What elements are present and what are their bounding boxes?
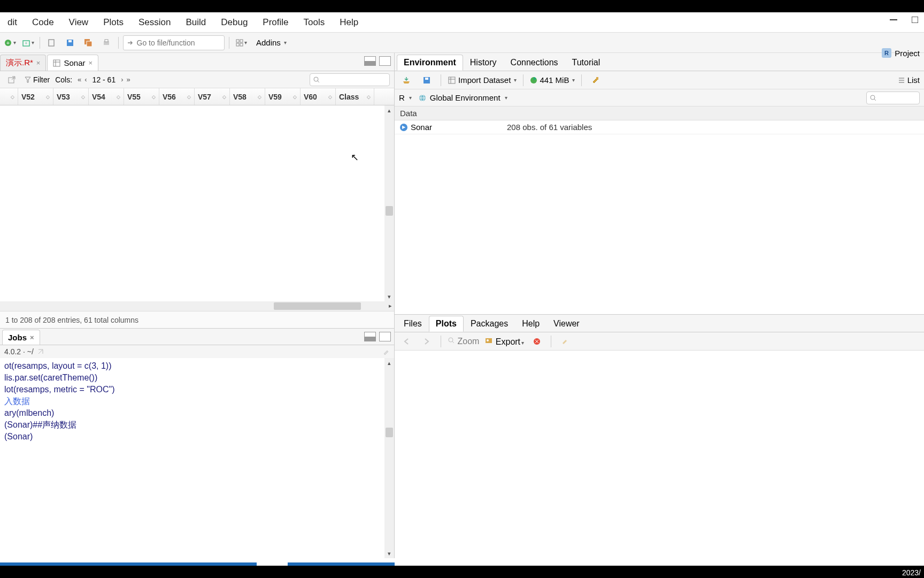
open-file-button[interactable] [44,35,59,50]
load-workspace-button[interactable] [399,73,414,88]
save-button[interactable] [63,35,78,50]
environment-search[interactable] [866,92,920,104]
tab-history[interactable]: History [463,55,504,71]
project-selector[interactable]: R Project [882,48,920,58]
menu-debug[interactable]: Debug [213,13,255,32]
plot-next-button[interactable] [419,334,434,349]
console-line: lis.par.set(caretTheme()) [4,372,390,384]
data-search-input[interactable] [310,73,390,86]
clear-plots-button[interactable] [558,334,573,349]
goto-file-input[interactable] [123,35,225,50]
minimize-pane-button[interactable] [364,332,376,341]
close-icon[interactable]: × [88,59,93,67]
menu-build[interactable]: Build [178,13,213,32]
source-tab-sonar[interactable]: Sonar × [47,55,98,71]
grid-view-button[interactable]: ▾ [234,35,249,50]
import-dataset-dropdown[interactable]: Import Dataset▾ [448,75,517,85]
vertical-scrollbar[interactable]: ▴ ▾ [384,358,394,558]
column-header[interactable]: Class◇ [336,88,374,105]
data-viewer-toolbar: Filter Cols: « ‹ 12 - 61 › » [0,71,394,88]
scroll-right-button[interactable]: ▸ [389,302,392,309]
svg-rect-27 [449,77,455,83]
goto-file-field[interactable] [137,39,221,47]
tab-plots[interactable]: Plots [429,316,464,332]
scroll-down-button[interactable]: ▾ [384,292,394,301]
scope-selector[interactable]: Global Environment▾ [418,93,507,102]
tab-connections[interactable]: Connections [504,55,565,71]
language-selector[interactable]: R▾ [399,93,412,102]
scroll-thumb[interactable] [386,428,393,437]
plot-prev-button[interactable] [399,334,414,349]
plots-body [395,351,924,558]
cols-prev-button[interactable]: ‹ [83,75,88,83]
taskbar-date: 2023/ [902,568,921,577]
vertical-scrollbar[interactable]: ▴ ▾ [384,105,394,301]
maximize-pane-button[interactable] [379,56,391,66]
filter-button[interactable]: Filter [25,75,50,84]
scroll-thumb[interactable] [274,302,361,310]
column-header[interactable]: V54◇ [89,88,124,105]
tab-files[interactable]: Files [397,316,429,332]
source-tab-script[interactable]: 演示.R* × [0,55,46,71]
scroll-up-button[interactable]: ▴ [384,105,394,115]
minimize-button[interactable] [889,15,898,25]
cols-first-button[interactable]: « [76,75,82,83]
brush-icon[interactable] [382,348,390,355]
zoom-button[interactable]: Zoom [448,337,479,346]
svg-line-41 [452,341,454,343]
view-mode-dropdown[interactable]: List [898,75,920,85]
column-header-rownum[interactable]: ◇ [0,88,18,105]
column-header[interactable]: V55◇ [124,88,159,105]
column-header[interactable]: V60◇ [301,88,336,105]
popup-icon[interactable] [4,72,19,87]
clear-workspace-button[interactable] [588,73,603,88]
addins-dropdown[interactable]: Addins▾ [252,36,291,49]
new-file-dropdown[interactable]: +▾ [2,35,17,50]
menu-session[interactable]: Session [131,13,178,32]
scroll-thumb[interactable] [386,206,393,216]
minimize-pane-button[interactable] [364,56,376,66]
column-header[interactable]: V52◇ [18,88,53,105]
env-item-sonar[interactable]: ▶ Sonar 208 obs. of 61 variables [395,120,924,134]
menu-edit[interactable]: dit [0,13,25,32]
new-project-button[interactable]: +▾ [20,35,35,50]
column-header[interactable]: V58◇ [230,88,265,105]
column-header[interactable]: V56◇ [159,88,195,105]
cols-last-button[interactable]: » [126,75,132,83]
menu-profile[interactable]: Profile [255,13,296,32]
tab-viewer[interactable]: Viewer [546,316,587,332]
close-icon[interactable]: × [30,333,34,341]
export-dropdown[interactable]: Export▾ [484,336,524,347]
tab-environment[interactable]: Environment [397,55,463,71]
save-all-button[interactable] [81,35,96,50]
maximize-pane-button[interactable] [379,332,391,341]
menu-help[interactable]: Help [332,13,366,32]
menu-tools[interactable]: Tools [296,13,333,32]
scroll-down-button[interactable]: ▾ [384,549,394,558]
console-output[interactable]: ot(resamps, layout = c(3, 1)) lis.par.se… [0,358,394,558]
maximize-button[interactable] [910,15,920,25]
close-icon[interactable]: × [36,59,41,67]
expand-icon[interactable]: ▶ [400,124,407,131]
svg-point-38 [871,95,875,100]
tab-help[interactable]: Help [515,316,546,332]
column-header[interactable]: V57◇ [195,88,230,105]
menu-code[interactable]: Code [25,13,61,32]
save-workspace-button[interactable] [419,73,434,88]
tab-tutorial[interactable]: Tutorial [565,55,607,71]
scroll-up-button[interactable]: ▴ [384,358,394,368]
column-header[interactable]: V53◇ [53,88,89,105]
remove-plot-button[interactable] [529,334,544,349]
memory-usage[interactable]: 441 MiB▾ [530,75,575,85]
print-button[interactable] [99,35,114,50]
menu-plots[interactable]: Plots [96,13,131,32]
menu-view[interactable]: View [61,13,96,32]
data-table-body: ↖ ▴ ▾ [0,105,394,301]
cols-next-button[interactable]: › [120,75,124,83]
column-header[interactable]: V59◇ [265,88,301,105]
popup-icon[interactable] [37,348,44,355]
horizontal-scrollbar[interactable]: ▸ [0,301,394,311]
jobs-tab[interactable]: Jobs × [2,330,40,345]
tab-packages[interactable]: Packages [464,316,515,332]
search-icon [313,77,320,83]
